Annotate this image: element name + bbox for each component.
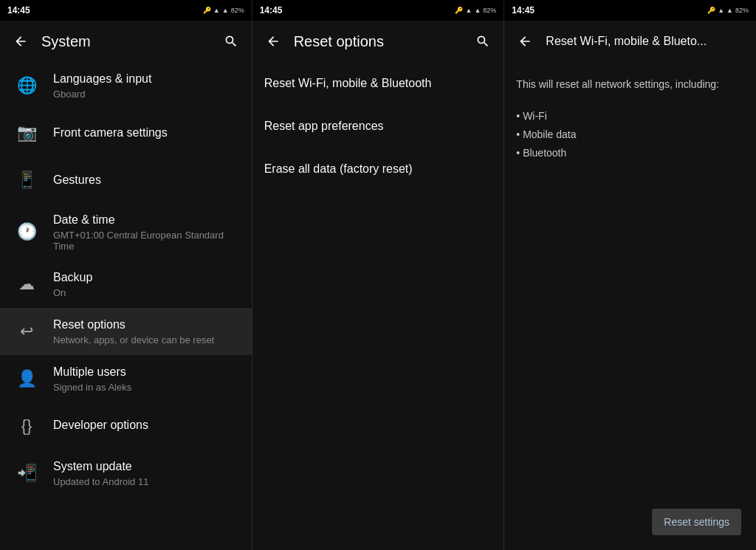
system-item-5[interactable]: ↩ Reset options Network, apps, or device… xyxy=(0,308,252,355)
battery-3: 82% xyxy=(735,7,749,14)
time-2: 14:45 xyxy=(260,5,283,16)
wifi-icon-3: ▲ xyxy=(718,7,724,14)
wifi-reset-panel-title: Reset Wi-Fi, mobile & Blueto... xyxy=(540,35,750,48)
status-icons-2: 🔑 ▲ ▲ 82% xyxy=(455,7,496,14)
system-panel: System 🌐 Languages & input Gboard 📷 Fron… xyxy=(0,21,252,550)
system-item-title-2: Gestures xyxy=(53,173,240,188)
system-item-title-8: System update xyxy=(53,459,240,475)
reset-options-panel-title: Reset options xyxy=(288,33,469,50)
system-item-icon-1: 📷 xyxy=(12,118,41,148)
system-item-subtitle-8: Updated to Android 11 xyxy=(53,476,240,487)
wifi-reset-content-wrapper: This will reset all network settings, in… xyxy=(504,62,756,550)
system-item-2[interactable]: 📱 Gestures xyxy=(0,157,252,204)
status-icons-3: 🔑 ▲ ▲ 82% xyxy=(707,7,749,14)
system-panel-title: System xyxy=(35,33,216,50)
system-item-title-6: Multiple users xyxy=(53,365,240,380)
wifi-list-item-1: • Mobile data xyxy=(516,126,744,144)
system-item-8[interactable]: 📲 System update Updated to Android 11 xyxy=(0,450,252,497)
system-item-3[interactable]: 🕐 Date & time GMT+01:00 Central European… xyxy=(0,204,252,261)
key-icon-1: 🔑 xyxy=(203,7,211,14)
system-item-title-0: Languages & input xyxy=(53,72,240,87)
battery-1: 82% xyxy=(231,7,244,14)
wifi-list-item-2: • Bluetooth xyxy=(516,144,744,162)
reset-options-list: Reset Wi-Fi, mobile & BluetoothReset app… xyxy=(252,62,504,550)
system-item-title-7: Developer options xyxy=(53,418,240,433)
signal-icon-1: ▲ xyxy=(222,7,229,14)
time-3: 14:45 xyxy=(512,5,535,16)
system-toolbar: System xyxy=(0,21,252,62)
status-bar-row: 14:45 🔑 ▲ ▲ 82% 14:45 🔑 ▲ ▲ 82% 14:45 🔑 … xyxy=(0,0,756,21)
system-item-0[interactable]: 🌐 Languages & input Gboard xyxy=(0,62,252,109)
wifi-reset-toolbar: Reset Wi-Fi, mobile & Blueto... xyxy=(504,21,756,62)
system-item-subtitle-4: On xyxy=(53,287,240,298)
wifi-icon-2: ▲ xyxy=(465,7,472,14)
status-segment-3: 14:45 🔑 ▲ ▲ 82% xyxy=(504,0,756,21)
system-item-icon-8: 📲 xyxy=(12,458,41,488)
reset-settings-button[interactable]: Reset settings xyxy=(652,509,741,535)
reset-item-text-2: Erase all data (factory reset) xyxy=(264,162,413,176)
wifi-reset-content: This will reset all network settings, in… xyxy=(504,62,756,550)
battery-2: 82% xyxy=(483,7,496,14)
reset-item-1[interactable]: Reset app preferences xyxy=(252,105,504,148)
system-item-subtitle-5: Network, apps, or device can be reset xyxy=(53,334,240,346)
system-settings-list: 🌐 Languages & input Gboard 📷 Front camer… xyxy=(0,62,252,550)
system-item-icon-3: 🕐 xyxy=(12,217,41,247)
wifi-reset-panel: Reset Wi-Fi, mobile & Blueto... This wil… xyxy=(504,21,756,550)
reset-item-text-0: Reset Wi-Fi, mobile & Bluetooth xyxy=(264,77,432,90)
system-item-subtitle-6: Signed in as Aleks xyxy=(53,382,240,393)
panels-container: System 🌐 Languages & input Gboard 📷 Fron… xyxy=(0,21,756,550)
key-icon-3: 🔑 xyxy=(707,7,715,14)
reset-item-text-1: Reset app preferences xyxy=(264,120,384,133)
wifi-reset-back-button[interactable] xyxy=(510,27,540,56)
reset-search-button[interactable] xyxy=(468,27,498,56)
wifi-reset-description: This will reset all network settings, in… xyxy=(516,77,744,92)
wifi-list-item-0: • Wi-Fi xyxy=(516,107,744,126)
system-item-title-4: Backup xyxy=(53,270,240,286)
system-item-title-5: Reset options xyxy=(53,317,240,333)
system-item-icon-5: ↩ xyxy=(12,317,41,346)
status-icons-1: 🔑 ▲ ▲ 82% xyxy=(203,7,244,14)
system-item-icon-0: 🌐 xyxy=(12,71,41,100)
system-item-6[interactable]: 👤 Multiple users Signed in as Aleks xyxy=(0,355,252,402)
system-item-icon-4: ☁ xyxy=(12,269,41,299)
reset-back-button[interactable] xyxy=(258,27,288,56)
signal-icon-3: ▲ xyxy=(726,7,733,14)
reset-options-panel: Reset options Reset Wi-Fi, mobile & Blue… xyxy=(252,21,505,550)
system-item-title-3: Date & time xyxy=(53,213,240,228)
wifi-icon-1: ▲ xyxy=(213,7,220,14)
reset-options-toolbar: Reset options xyxy=(252,21,504,62)
key-icon-2: 🔑 xyxy=(455,7,463,14)
time-1: 14:45 xyxy=(7,5,30,16)
system-item-icon-6: 👤 xyxy=(12,364,41,393)
status-segment-2: 14:45 🔑 ▲ ▲ 82% xyxy=(252,0,505,21)
wifi-reset-list: • Wi-Fi• Mobile data• Bluetooth xyxy=(516,107,744,163)
system-item-icon-7: {} xyxy=(12,411,41,441)
system-item-subtitle-0: Gboard xyxy=(53,89,240,100)
signal-icon-2: ▲ xyxy=(474,7,481,14)
system-item-1[interactable]: 📷 Front camera settings xyxy=(0,109,252,157)
system-item-7[interactable]: {} Developer options xyxy=(0,402,252,450)
system-back-button[interactable] xyxy=(6,27,35,56)
reset-item-2[interactable]: Erase all data (factory reset) xyxy=(252,148,504,190)
system-item-4[interactable]: ☁ Backup On xyxy=(0,261,252,308)
reset-item-0[interactable]: Reset Wi-Fi, mobile & Bluetooth xyxy=(252,62,504,105)
system-item-icon-2: 📱 xyxy=(12,165,41,195)
system-search-button[interactable] xyxy=(216,27,246,56)
system-item-title-1: Front camera settings xyxy=(53,126,240,141)
system-item-subtitle-3: GMT+01:00 Central European Standard Time xyxy=(53,230,240,252)
status-segment-1: 14:45 🔑 ▲ ▲ 82% xyxy=(0,0,252,21)
